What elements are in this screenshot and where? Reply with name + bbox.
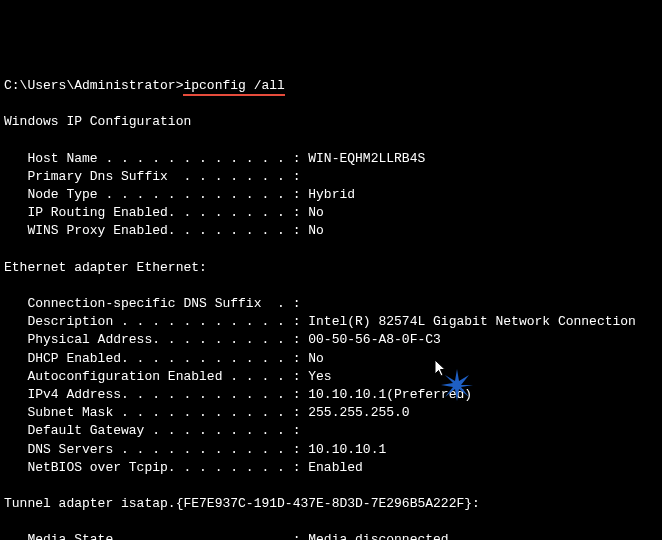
host-name-value: WIN-EQHM2LLRB4S bbox=[308, 151, 425, 166]
entered-command: ipconfig /all bbox=[183, 78, 284, 96]
physical-label-2: Physical Address. . . . . . . . . : bbox=[4, 332, 308, 347]
primary-dns-label: Primary Dns Suffix . . . . . . . : bbox=[4, 169, 300, 184]
netbios-label: NetBIOS over Tcpip. . . . . . . . : bbox=[4, 460, 308, 475]
subnet-label: Subnet Mask . . . . . . . . . . . : bbox=[4, 405, 308, 420]
media-state-label: Media State . . . . . . . . . . . : bbox=[4, 532, 308, 540]
wins-proxy-value: No bbox=[308, 223, 324, 238]
netbios-value: Enabled bbox=[308, 460, 363, 475]
ipv4-value: 10.10.10.1(Preferred) bbox=[308, 387, 472, 402]
ip-routing-value: No bbox=[308, 205, 324, 220]
node-type-label: Node Type . . . . . . . . . . . . : bbox=[4, 187, 308, 202]
section-title-2: Ethernet adapter Ethernet: bbox=[4, 260, 207, 275]
mouse-cursor-icon bbox=[419, 342, 449, 384]
section-title-1: Windows IP Configuration bbox=[4, 114, 191, 129]
autoconfig-label-2: Autoconfiguration Enabled . . . . : bbox=[4, 369, 308, 384]
conn-suffix-label-2: Connection-specific DNS Suffix . : bbox=[4, 296, 300, 311]
ip-routing-label: IP Routing Enabled. . . . . . . . : bbox=[4, 205, 308, 220]
host-name-label: Host Name . . . . . . . . . . . . : bbox=[4, 151, 308, 166]
dns-value: 10.10.10.1 bbox=[308, 442, 386, 457]
media-state-value: Media disconnected bbox=[308, 532, 448, 540]
description-label-2: Description . . . . . . . . . . . : bbox=[4, 314, 308, 329]
autoconfig-value-2: Yes bbox=[308, 369, 331, 384]
gateway-label: Default Gateway . . . . . . . . . : bbox=[4, 423, 300, 438]
node-type-value: Hybrid bbox=[308, 187, 355, 202]
description-value-2: Intel(R) 82574L Gigabit Network Connecti… bbox=[308, 314, 636, 329]
dns-label: DNS Servers . . . . . . . . . . . : bbox=[4, 442, 308, 457]
dhcp-value-2: No bbox=[308, 351, 324, 366]
subnet-value: 255.255.255.0 bbox=[308, 405, 409, 420]
section-title-3: Tunnel adapter isatap.{FE7E937C-191D-437… bbox=[4, 496, 480, 511]
physical-value-2: 00-50-56-A8-0F-C3 bbox=[308, 332, 441, 347]
prompt-path-1: C:\Users\Administrator> bbox=[4, 78, 183, 93]
ipv4-label: IPv4 Address. . . . . . . . . . . : bbox=[4, 387, 308, 402]
dhcp-label-2: DHCP Enabled. . . . . . . . . . . : bbox=[4, 351, 308, 366]
wins-proxy-label: WINS Proxy Enabled. . . . . . . . : bbox=[4, 223, 308, 238]
